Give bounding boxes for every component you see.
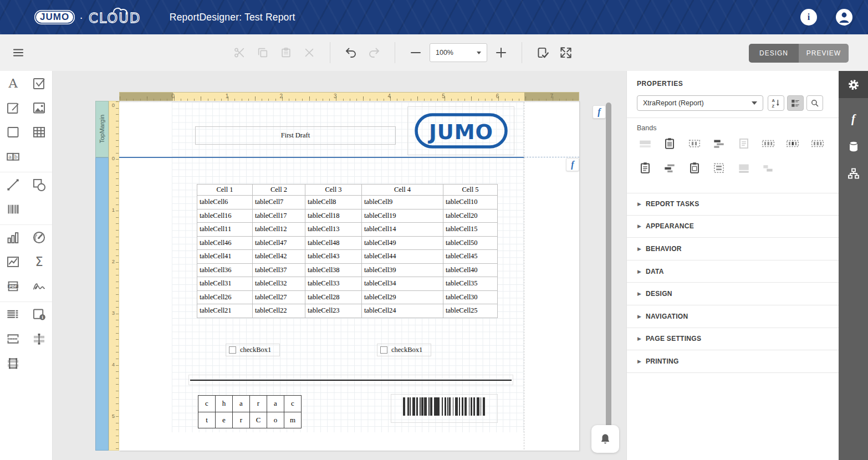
section-behavior[interactable]: ▶BEHAVIOR <box>627 238 839 260</box>
line-control[interactable] <box>188 375 513 385</box>
band-icon-report-header[interactable] <box>662 136 677 151</box>
comb-cell[interactable]: r <box>250 396 267 412</box>
table-header-cell[interactable]: Cell 5 <box>443 185 498 196</box>
cross-band-line-tool[interactable] <box>30 331 49 349</box>
info-icon[interactable]: i <box>800 9 817 25</box>
table-cell[interactable]: tableCell33 <box>305 277 362 291</box>
table-cell[interactable]: tableCell8 <box>305 196 362 209</box>
table-cell[interactable]: tableCell32 <box>253 277 305 291</box>
detail-band-strip[interactable] <box>95 157 109 451</box>
comb-cell[interactable]: o <box>267 412 284 428</box>
band-icon-top-margin[interactable] <box>638 136 652 151</box>
table-cell[interactable]: tableCell6 <box>197 196 253 209</box>
band-icon-report-footer[interactable] <box>638 161 652 175</box>
picture-box-tool[interactable] <box>30 100 49 117</box>
zoom-out-icon[interactable] <box>406 43 425 62</box>
checkbox-control-1[interactable]: checkBox1 <box>226 344 280 356</box>
barcode-tool[interactable] <box>4 201 23 219</box>
table-cell[interactable]: tableCell17 <box>253 209 305 223</box>
table-header-cell[interactable]: Cell 4 <box>362 185 443 196</box>
band-icon-sub-band[interactable] <box>761 161 775 175</box>
table-cell[interactable]: tableCell27 <box>253 290 305 304</box>
table-cell[interactable]: tableCell41 <box>197 250 253 264</box>
label-tool[interactable]: A <box>4 75 23 93</box>
comb-cell[interactable]: h <box>216 396 233 412</box>
paste-icon[interactable] <box>277 43 295 62</box>
table-cell[interactable]: tableCell9 <box>362 196 443 209</box>
table-header-cell[interactable]: Cell 1 <box>197 185 253 196</box>
report-explorer-tab[interactable] <box>839 160 868 187</box>
table-cell[interactable]: tableCell42 <box>253 250 305 264</box>
table-cell[interactable]: tableCell45 <box>443 250 498 264</box>
table-cell[interactable]: tableCell40 <box>443 263 498 277</box>
band-icon-vertical-header[interactable] <box>785 136 800 151</box>
comb-cell[interactable]: a <box>267 396 284 412</box>
table-cell[interactable]: tableCell7 <box>253 196 305 209</box>
design-tab[interactable]: DESIGN <box>749 44 799 63</box>
jumo-logo-picture-box[interactable]: JUMO <box>407 106 514 155</box>
table-cell[interactable]: tableCell44 <box>362 250 443 264</box>
table-cell[interactable]: tableCell35 <box>443 277 498 291</box>
table-cell[interactable]: tableCell37 <box>253 263 305 277</box>
band-icon-vertical-detail[interactable] <box>810 136 825 151</box>
table-cell[interactable]: tableCell50 <box>443 236 498 250</box>
expressions-tab[interactable]: f <box>839 105 868 132</box>
table-cell[interactable]: tableCell24 <box>362 304 443 318</box>
smart-tag-expression-icon[interactable]: f <box>566 158 579 171</box>
band-icon-detail[interactable] <box>737 136 751 151</box>
check-box-tool[interactable] <box>30 75 49 93</box>
comb-cell[interactable]: t <box>198 412 216 428</box>
search-properties-button[interactable] <box>806 95 823 111</box>
account-icon[interactable] <box>836 9 852 25</box>
table-cell[interactable]: tableCell49 <box>362 236 443 250</box>
pivot-grid-tool[interactable]: Σ <box>30 254 49 272</box>
comb-cell[interactable]: a <box>233 396 250 412</box>
table-cell[interactable]: tableCell21 <box>197 304 253 318</box>
table-cell[interactable]: tableCell23 <box>305 304 362 318</box>
table-header-cell[interactable]: Cell 3 <box>305 185 362 196</box>
comb-cell[interactable]: c <box>284 396 302 412</box>
menu-icon[interactable] <box>9 43 28 62</box>
redo-icon[interactable] <box>365 43 384 62</box>
table-cell[interactable]: tableCell13 <box>305 223 362 237</box>
table-cell[interactable]: tableCell36 <box>197 263 253 277</box>
cross-band-box-tool[interactable] <box>4 355 23 373</box>
table-cell[interactable]: tableCell12 <box>253 223 305 237</box>
report-page[interactable]: First Draft JUMO Cell 1Cell 2Cell 3Cell … <box>119 101 579 451</box>
section-data[interactable]: ▶DATA <box>627 260 839 283</box>
section-navigation[interactable]: ▶NAVIGATION <box>627 305 839 328</box>
table-cell[interactable]: tableCell26 <box>197 290 253 304</box>
table-cell[interactable]: tableCell14 <box>362 223 443 237</box>
table-tool[interactable] <box>30 124 49 142</box>
comb-cell[interactable]: r <box>233 412 250 428</box>
table-cell[interactable]: tableCell48 <box>305 236 362 250</box>
signature-tool[interactable] <box>30 278 49 296</box>
band-icon-detail-report[interactable] <box>761 136 775 151</box>
zoom-in-icon[interactable] <box>492 43 510 62</box>
table-cell[interactable]: tableCell16 <box>197 209 253 223</box>
table-cell[interactable]: tableCell46 <box>197 236 253 250</box>
table-cell[interactable]: tableCell38 <box>305 263 362 277</box>
cut-icon[interactable] <box>230 43 249 62</box>
comb-cell[interactable]: C <box>250 412 267 428</box>
band-icon-bottom-margin[interactable] <box>737 161 751 175</box>
smart-tag-expression-icon[interactable]: f <box>593 105 606 119</box>
table-cell[interactable]: tableCell19 <box>362 209 443 223</box>
comb-cell[interactable]: m <box>284 412 302 428</box>
table-cell[interactable]: tableCell34 <box>362 277 443 291</box>
checkbox-control-2[interactable]: checkBox1 <box>377 344 431 356</box>
preview-tab[interactable]: PREVIEW <box>799 44 849 63</box>
character-comb-tool[interactable]: ab <box>4 149 23 166</box>
shape-tool[interactable] <box>30 177 49 195</box>
selected-control-dropdown[interactable]: XtraReport (Report) <box>637 95 763 111</box>
band-icon-vertical-total[interactable] <box>712 161 726 175</box>
fullscreen-icon[interactable] <box>556 43 575 62</box>
section-printing[interactable]: ▶PRINTING <box>627 350 839 373</box>
table-cell[interactable]: tableCell39 <box>362 263 443 277</box>
barcode-control[interactable] <box>391 394 498 423</box>
band-separator-line[interactable] <box>119 157 524 158</box>
band-icon-page-header[interactable] <box>687 136 702 151</box>
line-tool[interactable] <box>4 177 23 195</box>
report-table[interactable]: Cell 1Cell 2Cell 3Cell 4Cell 5tableCell6… <box>197 184 498 318</box>
rich-text-tool[interactable] <box>4 100 23 117</box>
